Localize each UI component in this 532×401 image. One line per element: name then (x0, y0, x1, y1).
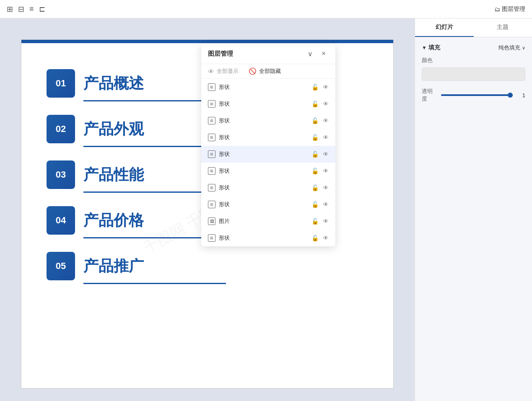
main-layout: 千图网 千图网 千图网 01 产品概述 (0, 18, 532, 401)
layer-item-name-5: 形状 (219, 167, 308, 175)
layer-item-icon-3: ⊞ (208, 134, 215, 141)
layer-item-icon-0: ⊞ (208, 83, 215, 91)
lock-icon-5[interactable]: 🔓 (311, 168, 319, 174)
layer-item-icon-2: ⊞ (208, 117, 215, 124)
visibility-icon-3[interactable]: 👁 (323, 134, 329, 141)
color-section: 颜色 (422, 57, 525, 81)
layer-list: ⊞ 形状 🔓 👁 ⊞ 形状 🔓 👁 ⊞ (201, 79, 335, 246)
lock-icon-3[interactable]: 🔓 (311, 134, 319, 141)
layer-item-4[interactable]: ⊞ 形状 🔓 👁 (201, 146, 335, 163)
fill-section: ▼ 填充 纯色填充 ∨ 颜色 透明度 (422, 44, 525, 103)
layer-item-name-6: 形状 (219, 184, 308, 191)
visibility-icon-7[interactable]: 👁 (323, 201, 329, 208)
canvas-area[interactable]: 千图网 千图网 千图网 01 产品概述 (0, 18, 415, 401)
right-panel-body: ▼ 填充 纯色填充 ∨ 颜色 透明度 (415, 37, 532, 116)
visibility-icon-6[interactable]: 👁 (323, 184, 329, 191)
toolbar-icon-2[interactable]: ⊟ (18, 5, 24, 14)
layer-item-3[interactable]: ⊞ 形状 🔓 👁 (201, 129, 335, 146)
menu-title-1: 产品概述 (83, 73, 144, 94)
layer-item-controls-5: 🔓 👁 (311, 168, 329, 174)
lock-icon-0[interactable]: 🔓 (311, 84, 319, 91)
layer-item-6[interactable]: ⊞ 形状 🔓 👁 (201, 179, 335, 196)
fill-type-dropdown-icon: ∨ (522, 45, 525, 51)
color-preview-box[interactable] (422, 67, 525, 81)
layer-item-7[interactable]: ⊞ 形状 🔓 👁 (201, 196, 335, 213)
lock-icon-8[interactable]: 🔓 (311, 218, 319, 225)
lock-icon-1[interactable]: 🔓 (311, 101, 319, 107)
menu-item-row-5: 05 产品推广 (47, 252, 368, 280)
layer-item-name-9: 形状 (219, 234, 308, 242)
layer-item-9[interactable]: ⊞ 形状 🔓 👁 (201, 230, 335, 246)
visibility-icon-0[interactable]: 👁 (323, 84, 329, 91)
layer-panel-actions: ∨ × (305, 49, 329, 59)
color-label: 颜色 (422, 57, 525, 64)
layer-item-name-0: 形状 (219, 83, 308, 91)
layer-item-icon-4: ⊞ (208, 150, 215, 158)
hide-all-button[interactable]: 🚫 全部隐藏 (249, 67, 281, 75)
layer-item-name-4: 形状 (219, 150, 308, 158)
layer-item-controls-3: 🔓 👁 (311, 134, 329, 141)
fill-type-select[interactable]: 纯色填充 ∨ (498, 44, 525, 52)
lock-icon-6[interactable]: 🔓 (311, 184, 319, 191)
lock-icon-4[interactable]: 🔓 (311, 151, 319, 158)
menu-number-4: 04 (47, 206, 75, 235)
layer-panel-header: 图层管理 ∨ × (201, 44, 335, 64)
layer-panel-close-btn[interactable]: × (319, 49, 329, 59)
layer-item-icon-5: ⊞ (208, 167, 215, 175)
layer-item-name-7: 形状 (219, 201, 308, 208)
visibility-icon-1[interactable]: 👁 (323, 101, 329, 107)
toolbar-icon-4[interactable]: ⊏ (39, 5, 45, 14)
opacity-slider[interactable] (441, 94, 513, 96)
menu-number-3: 03 (47, 160, 75, 189)
opacity-slider-thumb[interactable] (508, 93, 513, 98)
right-panel-tabs: 幻灯片 主题 (415, 18, 532, 37)
right-panel: 幻灯片 主题 ▼ 填充 纯色填充 ∨ (415, 18, 532, 401)
layer-panel: 图层管理 ∨ × 👁 全部显示 🚫 全部隐藏 (201, 44, 335, 246)
visibility-icon-9[interactable]: 👁 (323, 235, 329, 241)
layer-item-1[interactable]: ⊞ 形状 🔓 👁 (201, 96, 335, 112)
layer-item-5[interactable]: ⊞ 形状 🔓 👁 (201, 163, 335, 179)
visibility-icon-5[interactable]: 👁 (323, 168, 329, 174)
visibility-icon-4[interactable]: 👁 (323, 151, 329, 158)
menu-title-2: 产品外观 (83, 119, 144, 140)
layer-item-controls-8: 🔓 👁 (311, 218, 329, 225)
toolbar-icon-1[interactable]: ⊞ (7, 5, 13, 14)
menu-title-4: 产品价格 (83, 210, 144, 231)
layer-item-controls-9: 🔓 👁 (311, 235, 329, 241)
menu-title-5: 产品推广 (83, 256, 144, 277)
toolbar-icon-3[interactable]: ≡ (29, 5, 34, 13)
layer-item-icon-1: ⊞ (208, 100, 215, 108)
layer-item-8[interactable]: 🖼 图片 🔓 👁 (201, 213, 335, 230)
tab-slide[interactable]: 幻灯片 (415, 18, 474, 37)
lock-icon-7[interactable]: 🔓 (311, 201, 319, 208)
layer-item-controls-6: 🔓 👁 (311, 184, 329, 191)
layer-item-controls-1: 🔓 👁 (311, 101, 329, 107)
show-all-button[interactable]: 👁 全部显示 (208, 67, 239, 75)
layer-item-controls-0: 🔓 👁 (311, 84, 329, 91)
eye-slash-icon: 🚫 (249, 67, 257, 75)
menu-underline-5 (83, 283, 226, 284)
lock-icon-2[interactable]: 🔓 (311, 117, 319, 124)
opacity-value: 1 (517, 92, 525, 98)
layer-manager-button[interactable]: 🗂 图层管理 (494, 5, 525, 13)
layer-visibility-row: 👁 全部显示 🚫 全部隐藏 (201, 64, 335, 79)
fill-label: ▼ 填充 (422, 44, 440, 52)
eye-icon: 👁 (208, 68, 214, 75)
layer-item-name-1: 形状 (219, 100, 308, 108)
layer-manager-label: 图层管理 (502, 5, 525, 13)
layer-item-controls-4: 🔓 👁 (311, 151, 329, 158)
layer-item-controls-2: 🔓 👁 (311, 117, 329, 124)
layer-item-name-8: 图片 (219, 217, 308, 225)
tab-theme[interactable]: 主题 (474, 18, 532, 37)
lock-icon-9[interactable]: 🔓 (311, 235, 319, 241)
layer-item-icon-9: ⊞ (208, 234, 215, 242)
visibility-icon-2[interactable]: 👁 (323, 117, 329, 124)
layer-item-0[interactable]: ⊞ 形状 🔓 👁 (201, 79, 335, 96)
menu-item-5: 05 产品推广 (47, 252, 368, 284)
visibility-icon-8[interactable]: 👁 (323, 218, 329, 225)
fill-header: ▼ 填充 纯色填充 ∨ (422, 44, 525, 52)
layer-panel-collapse-btn[interactable]: ∨ (305, 49, 315, 59)
layer-item-2[interactable]: ⊞ 形状 🔓 👁 (201, 112, 335, 129)
fill-expand-icon[interactable]: ▼ (422, 45, 427, 51)
layer-item-name-3: 形状 (219, 134, 308, 141)
